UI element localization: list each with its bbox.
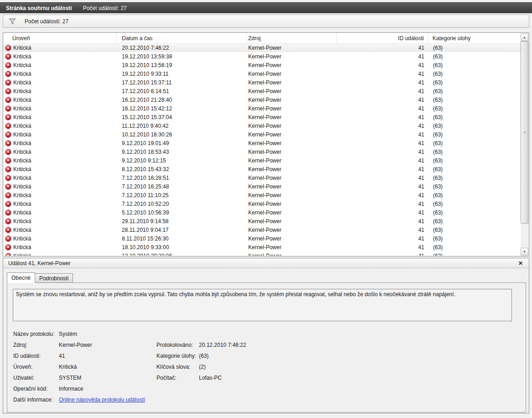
tab-details[interactable]: Podrobnosti: [35, 273, 73, 283]
level-label: Kritická: [13, 71, 31, 77]
field-row: Další informace:Online nápověda protokol…: [13, 394, 521, 405]
column-header-source[interactable]: Zdroj: [247, 33, 337, 43]
tab-general[interactable]: Obecné: [7, 272, 35, 283]
level-label: Kritická: [13, 105, 31, 112]
event-row[interactable]: ✕Kritická5.12.2010 10:56:39Kernel-Power4…: [4, 208, 521, 217]
field-row: Operační kód:Informace: [13, 383, 521, 394]
source-cell: Kernel-Power: [247, 53, 337, 60]
event-row[interactable]: ✕Kritická16.12.2010 21:28:40Kernel-Power…: [4, 95, 521, 104]
event-id-cell: 41: [337, 105, 428, 112]
datetime-cell: 19.12.2010 13:59:38: [117, 53, 247, 60]
field-row: Zdroj:Kernel-PowerProtokolováno:20.12.20…: [13, 340, 521, 350]
event-row[interactable]: ✕Kritická7.12.2010 10:52:20Kernel-Power4…: [4, 199, 521, 208]
event-fields: Název protokolu:SystémZdroj:Kernel-Power…: [13, 329, 521, 405]
field-label: Počítač:: [156, 375, 199, 381]
event-id-cell: 41: [337, 227, 428, 233]
critical-icon: ✕: [5, 209, 11, 216]
datetime-cell: 11.12.2010 9:40:42: [117, 123, 247, 129]
column-header-event-id[interactable]: ID události: [337, 33, 428, 43]
category-cell: (63): [428, 227, 521, 233]
page-title: Stránka souhrnu událostí: [6, 5, 72, 11]
event-id-cell: 41: [337, 123, 428, 129]
event-row[interactable]: ✕Kritická19.12.2010 13:59:38Kernel-Power…: [4, 52, 521, 61]
event-row[interactable]: ✕Kritická8.11.2010 15:26:30Kernel-Power4…: [4, 234, 521, 243]
source-cell: Kernel-Power: [247, 123, 337, 129]
field-value: (63): [199, 353, 521, 359]
event-id-cell: 41: [337, 192, 428, 199]
level-cell: ✕Kritická: [4, 105, 117, 112]
event-row[interactable]: ✕Kritická19.12.2010 9:33:11Kernel-Power4…: [4, 69, 521, 78]
critical-icon: ✕: [5, 97, 11, 103]
vertical-scrollbar[interactable]: ▲ ≡ ▼: [521, 33, 528, 256]
datetime-cell: 18.10.2010 9:33:00: [117, 244, 247, 251]
source-cell: Kernel-Power: [247, 88, 337, 94]
event-id-cell: 41: [337, 244, 428, 251]
scroll-down-icon[interactable]: ▼: [521, 248, 528, 256]
datetime-cell: 9.12.2010 19:01:49: [117, 140, 247, 146]
field-value: 41: [59, 353, 156, 359]
category-cell: (63): [428, 62, 521, 68]
event-row[interactable]: ✕Kritická10.12.2010 16:30:26Kernel-Power…: [4, 130, 521, 139]
category-cell: (63): [428, 201, 521, 207]
level-cell: ✕Kritická: [4, 140, 117, 146]
level-cell: ✕Kritická: [4, 209, 117, 216]
event-row[interactable]: ✕Kritická9.12.2010 9:12:15Kernel-Power41…: [4, 156, 521, 165]
critical-icon: ✕: [5, 157, 11, 164]
scroll-up-icon[interactable]: ▲: [521, 33, 528, 41]
event-row[interactable]: ✕Kritická7.12.2010 16:28:51Kernel-Power4…: [4, 173, 521, 182]
category-cell: (63): [428, 166, 521, 172]
event-row[interactable]: ✕Kritická28.11.2010 9:04:17Kernel-Power4…: [4, 225, 521, 234]
event-row[interactable]: ✕Kritická16.12.2010 15:42:12Kernel-Power…: [4, 104, 521, 113]
column-header-category[interactable]: Kategorie úlohy: [428, 33, 521, 43]
critical-icon: ✕: [5, 183, 11, 190]
summary-title-bar: Stránka souhrnu událostí Počet událostí:…: [0, 2, 532, 13]
event-id-cell: 41: [337, 53, 428, 60]
critical-icon: ✕: [5, 131, 11, 138]
event-id-cell: 41: [337, 183, 428, 190]
critical-icon: ✕: [5, 201, 11, 207]
source-cell: Kernel-Power: [247, 201, 337, 207]
level-cell: ✕Kritická: [4, 123, 117, 129]
category-cell: (63): [428, 209, 521, 216]
event-log-online-help-link[interactable]: Online nápověda protokolu událostí: [59, 397, 145, 403]
event-id-cell: 41: [337, 131, 428, 138]
level-cell: ✕Kritická: [4, 183, 117, 190]
source-cell: Kernel-Power: [247, 218, 337, 225]
field-value[interactable]: Online nápověda protokolu událostí: [59, 397, 156, 403]
level-label: Kritická: [13, 235, 31, 242]
column-header-level[interactable]: Úroveň: [4, 33, 117, 43]
event-row[interactable]: ✕Kritická15.12.2010 15:37:04Kernel-Power…: [4, 113, 521, 121]
category-cell: (63): [428, 253, 521, 256]
scrollbar-thumb[interactable]: ≡: [521, 41, 528, 224]
event-row[interactable]: ✕Kritická13.10.2010 20:28:06Kernel-Power…: [4, 251, 521, 256]
event-row[interactable]: ✕Kritická20.12.2010 7:46:22Kernel-Power4…: [4, 43, 521, 52]
level-label: Kritická: [13, 149, 31, 155]
datetime-cell: 16.12.2010 21:28:40: [117, 97, 247, 103]
source-cell: Kernel-Power: [247, 175, 337, 181]
close-icon[interactable]: ✕: [518, 260, 523, 266]
event-row[interactable]: ✕Kritická17.12.2010 15:37:11Kernel-Power…: [4, 78, 521, 87]
datetime-cell: 16.12.2010 15:42:12: [117, 105, 247, 112]
event-row[interactable]: ✕Kritická11.12.2010 9:40:42Kernel-Power4…: [4, 121, 521, 130]
event-row[interactable]: ✕Kritická19.12.2010 13:56:19Kernel-Power…: [4, 61, 521, 69]
field-label: ID události:: [13, 353, 59, 359]
event-row[interactable]: ✕Kritická7.12.2010 16:25:48Kernel-Power4…: [4, 182, 521, 191]
level-label: Kritická: [13, 183, 31, 190]
datetime-cell: 17.12.2010 6:14:51: [117, 88, 247, 94]
event-row[interactable]: ✕Kritická29.11.2010 9:14:58Kernel-Power4…: [4, 217, 521, 225]
field-label: Operační kód:: [13, 386, 59, 392]
event-row[interactable]: ✕Kritická17.12.2010 6:14:51Kernel-Power4…: [4, 87, 521, 95]
datetime-cell: 7.12.2010 16:28:51: [117, 175, 247, 181]
event-id-cell: 41: [337, 88, 428, 94]
event-row[interactable]: ✕Kritická9.12.2010 18:53:43Kernel-Power4…: [4, 147, 521, 156]
event-row[interactable]: ✕Kritická18.10.2010 9:33:00Kernel-Power4…: [4, 243, 521, 251]
category-cell: (63): [428, 175, 521, 181]
critical-icon: ✕: [5, 114, 11, 120]
event-row[interactable]: ✕Kritická8.12.2010 15:43:32Kernel-Power4…: [4, 165, 521, 173]
level-cell: ✕Kritická: [4, 157, 117, 164]
event-table-body: ✕Kritická20.12.2010 7:46:22Kernel-Power4…: [4, 43, 521, 256]
column-header-datetime[interactable]: Datum a čas: [117, 33, 247, 43]
event-row[interactable]: ✕Kritická9.12.2010 19:01:49Kernel-Power4…: [4, 139, 521, 147]
level-label: Kritická: [13, 166, 31, 172]
event-row[interactable]: ✕Kritická7.12.2010 11:10:25Kernel-Power4…: [4, 191, 521, 199]
